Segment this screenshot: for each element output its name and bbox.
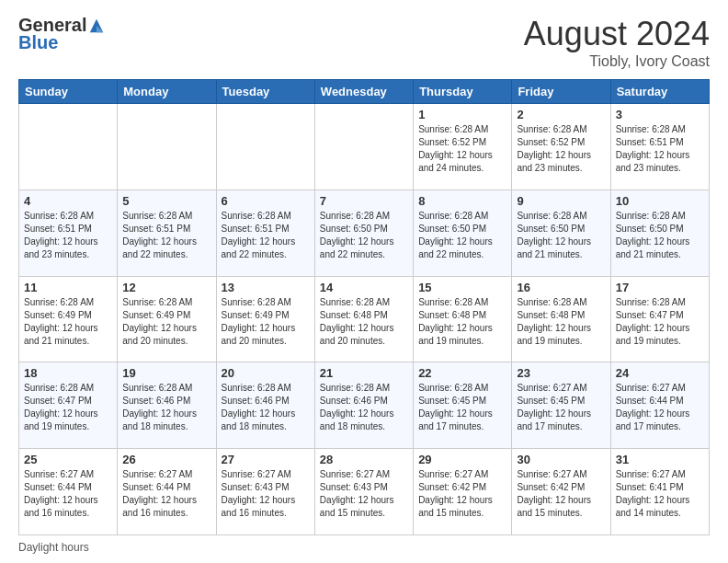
day-cell: 3Sunrise: 6:28 AM Sunset: 6:51 PM Daylig… (610, 104, 709, 190)
day-cell: 31Sunrise: 6:27 AM Sunset: 6:41 PM Dayli… (610, 449, 709, 535)
day-cell: 9Sunrise: 6:28 AM Sunset: 6:50 PM Daylig… (512, 190, 610, 276)
footer: Daylight hours (18, 541, 710, 554)
day-info: Sunrise: 6:28 AM Sunset: 6:51 PM Dayligh… (616, 123, 704, 175)
day-number: 27 (222, 453, 310, 466)
day-number: 7 (320, 194, 408, 208)
day-info: Sunrise: 6:28 AM Sunset: 6:50 PM Dayligh… (418, 210, 506, 261)
day-cell: 11Sunrise: 6:28 AM Sunset: 6:49 PM Dayli… (19, 276, 118, 362)
day-cell: 1Sunrise: 6:28 AM Sunset: 6:52 PM Daylig… (414, 104, 512, 190)
logo-blue-text: Blue (18, 32, 58, 52)
day-info: Sunrise: 6:27 AM Sunset: 6:44 PM Dayligh… (24, 468, 112, 520)
header: General Blue August 2024 Tiobly, Ivory C… (18, 15, 710, 70)
page: General Blue August 2024 Tiobly, Ivory C… (0, 0, 728, 563)
week-row-2: 4Sunrise: 6:28 AM Sunset: 6:51 PM Daylig… (19, 190, 710, 276)
day-cell (118, 104, 216, 190)
day-info: Sunrise: 6:27 AM Sunset: 6:42 PM Dayligh… (418, 468, 506, 520)
day-number: 9 (517, 194, 605, 208)
day-info: Sunrise: 6:28 AM Sunset: 6:50 PM Dayligh… (517, 210, 605, 261)
day-number: 13 (222, 281, 310, 294)
week-row-1: 1Sunrise: 6:28 AM Sunset: 6:52 PM Daylig… (19, 104, 710, 190)
day-number: 20 (222, 366, 310, 380)
day-info: Sunrise: 6:28 AM Sunset: 6:45 PM Dayligh… (418, 382, 506, 433)
day-number: 14 (320, 281, 408, 294)
day-info: Sunrise: 6:28 AM Sunset: 6:52 PM Dayligh… (517, 123, 605, 175)
day-cell: 4Sunrise: 6:28 AM Sunset: 6:51 PM Daylig… (19, 190, 118, 276)
day-cell: 15Sunrise: 6:28 AM Sunset: 6:48 PM Dayli… (414, 276, 512, 362)
weekday-friday: Friday (512, 80, 610, 104)
day-number: 17 (616, 281, 704, 294)
day-cell: 16Sunrise: 6:28 AM Sunset: 6:48 PM Dayli… (512, 276, 610, 362)
day-info: Sunrise: 6:28 AM Sunset: 6:50 PM Dayligh… (320, 210, 408, 261)
day-cell: 24Sunrise: 6:27 AM Sunset: 6:44 PM Dayli… (610, 362, 709, 449)
day-number: 16 (517, 281, 605, 294)
week-row-4: 18Sunrise: 6:28 AM Sunset: 6:47 PM Dayli… (19, 362, 710, 449)
day-number: 2 (517, 108, 605, 121)
day-number: 28 (320, 453, 408, 466)
day-number: 26 (122, 453, 210, 466)
day-info: Sunrise: 6:27 AM Sunset: 6:44 PM Dayligh… (616, 382, 704, 433)
footer-label: Daylight hours (18, 541, 89, 554)
day-cell (216, 104, 314, 190)
day-number: 3 (616, 108, 704, 121)
week-row-3: 11Sunrise: 6:28 AM Sunset: 6:49 PM Dayli… (19, 276, 710, 362)
weekday-thursday: Thursday (414, 80, 512, 104)
day-cell: 12Sunrise: 6:28 AM Sunset: 6:49 PM Dayli… (118, 276, 216, 362)
day-cell: 7Sunrise: 6:28 AM Sunset: 6:50 PM Daylig… (314, 190, 413, 276)
day-cell: 22Sunrise: 6:28 AM Sunset: 6:45 PM Dayli… (414, 362, 512, 449)
day-info: Sunrise: 6:28 AM Sunset: 6:46 PM Dayligh… (320, 382, 408, 433)
day-number: 29 (418, 453, 506, 466)
day-info: Sunrise: 6:27 AM Sunset: 6:45 PM Dayligh… (517, 382, 605, 433)
day-number: 12 (122, 281, 210, 294)
day-number: 18 (24, 366, 112, 380)
day-number: 30 (517, 453, 605, 466)
day-info: Sunrise: 6:28 AM Sunset: 6:48 PM Dayligh… (320, 296, 408, 348)
day-info: Sunrise: 6:28 AM Sunset: 6:46 PM Dayligh… (122, 382, 210, 433)
day-number: 24 (616, 366, 704, 380)
location: Tiobly, Ivory Coast (524, 53, 710, 70)
weekday-header-row: SundayMondayTuesdayWednesdayThursdayFrid… (19, 80, 710, 104)
title-area: August 2024 Tiobly, Ivory Coast (524, 15, 710, 70)
day-number: 6 (222, 194, 310, 208)
day-cell: 25Sunrise: 6:27 AM Sunset: 6:44 PM Dayli… (19, 449, 118, 535)
day-cell: 6Sunrise: 6:28 AM Sunset: 6:51 PM Daylig… (216, 190, 314, 276)
weekday-wednesday: Wednesday (314, 80, 413, 104)
day-number: 5 (122, 194, 210, 208)
day-info: Sunrise: 6:28 AM Sunset: 6:51 PM Dayligh… (122, 210, 210, 261)
day-info: Sunrise: 6:28 AM Sunset: 6:47 PM Dayligh… (616, 296, 704, 348)
weekday-saturday: Saturday (610, 80, 709, 104)
day-info: Sunrise: 6:27 AM Sunset: 6:43 PM Dayligh… (320, 468, 408, 520)
day-info: Sunrise: 6:28 AM Sunset: 6:52 PM Dayligh… (418, 123, 506, 175)
day-cell: 2Sunrise: 6:28 AM Sunset: 6:52 PM Daylig… (512, 104, 610, 190)
logo-icon (88, 17, 105, 34)
weekday-sunday: Sunday (19, 80, 118, 104)
day-cell: 30Sunrise: 6:27 AM Sunset: 6:42 PM Dayli… (512, 449, 610, 535)
day-number: 4 (24, 194, 112, 208)
day-number: 31 (616, 453, 704, 466)
day-info: Sunrise: 6:28 AM Sunset: 6:51 PM Dayligh… (24, 210, 112, 261)
day-cell: 10Sunrise: 6:28 AM Sunset: 6:50 PM Dayli… (610, 190, 709, 276)
day-cell: 17Sunrise: 6:28 AM Sunset: 6:47 PM Dayli… (610, 276, 709, 362)
day-number: 22 (418, 366, 506, 380)
weekday-tuesday: Tuesday (216, 80, 314, 104)
day-number: 10 (616, 194, 704, 208)
day-cell (19, 104, 118, 190)
day-cell (314, 104, 413, 190)
day-info: Sunrise: 6:28 AM Sunset: 6:48 PM Dayligh… (517, 296, 605, 348)
weekday-monday: Monday (118, 80, 216, 104)
month-title: August 2024 (524, 15, 710, 53)
day-number: 8 (418, 194, 506, 208)
day-cell: 28Sunrise: 6:27 AM Sunset: 6:43 PM Dayli… (314, 449, 413, 535)
day-number: 19 (122, 366, 210, 380)
day-info: Sunrise: 6:27 AM Sunset: 6:42 PM Dayligh… (517, 468, 605, 520)
day-cell: 23Sunrise: 6:27 AM Sunset: 6:45 PM Dayli… (512, 362, 610, 449)
day-number: 25 (24, 453, 112, 466)
day-cell: 5Sunrise: 6:28 AM Sunset: 6:51 PM Daylig… (118, 190, 216, 276)
day-cell: 20Sunrise: 6:28 AM Sunset: 6:46 PM Dayli… (216, 362, 314, 449)
week-row-5: 25Sunrise: 6:27 AM Sunset: 6:44 PM Dayli… (19, 449, 710, 535)
day-info: Sunrise: 6:28 AM Sunset: 6:50 PM Dayligh… (616, 210, 704, 261)
day-number: 23 (517, 366, 605, 380)
day-cell: 14Sunrise: 6:28 AM Sunset: 6:48 PM Dayli… (314, 276, 413, 362)
day-cell: 13Sunrise: 6:28 AM Sunset: 6:49 PM Dayli… (216, 276, 314, 362)
logo: General Blue (18, 15, 105, 53)
day-info: Sunrise: 6:28 AM Sunset: 6:48 PM Dayligh… (418, 296, 506, 348)
